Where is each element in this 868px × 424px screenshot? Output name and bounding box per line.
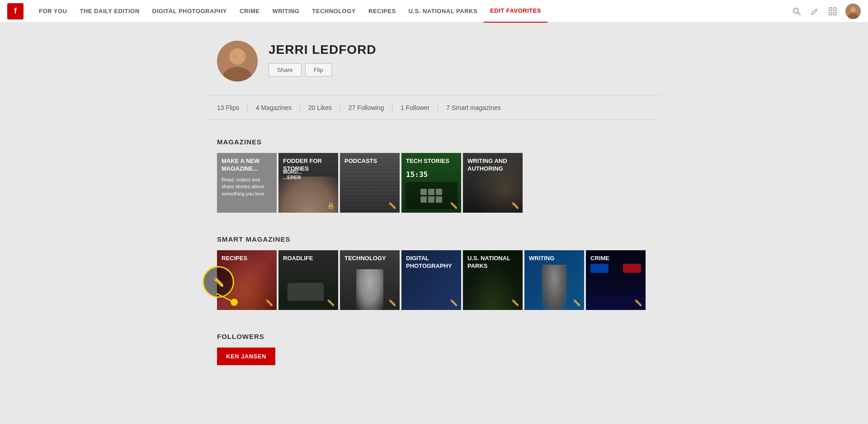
svg-point-12 <box>232 53 236 57</box>
edit-pencil-icon: ✏️ <box>450 299 458 306</box>
stat-smart[interactable]: 7 Smart magazines <box>446 104 501 111</box>
edit-pencil-icon: ✏️ <box>327 299 335 306</box>
annotation: ✏️ <box>203 266 234 298</box>
profile-buttons: Share Flip <box>269 63 377 76</box>
annotation-pencil-icon: ✏️ <box>213 276 224 287</box>
magazine-grid: MAKE A NEW MAGAZINE... Read, collect and… <box>208 153 660 213</box>
grid-icon[interactable] <box>827 6 838 17</box>
card-fodder-subtitle: MURD......ERER <box>283 169 302 180</box>
smart-card-crime[interactable]: CRIME ✏️ <box>586 250 646 310</box>
card-podcasts-title: PODCASTS <box>344 157 395 165</box>
app-icon <box>436 196 442 203</box>
svg-point-10 <box>229 48 245 65</box>
card-tech-title: TECH STORIES <box>406 157 457 165</box>
smart-grid-container: ✏️ RECIPES ✏️ ROADLIFE <box>208 250 660 310</box>
svg-rect-5 <box>834 12 836 15</box>
stat-followers[interactable]: 1 Follower <box>401 104 430 111</box>
app-icon <box>428 189 434 195</box>
edit-pencil-icon: ✏️ <box>511 202 519 209</box>
sep1: | <box>246 103 249 112</box>
crime-fade <box>586 287 646 310</box>
nav-national-parks[interactable]: U.S. NATIONAL PARKS <box>402 0 484 23</box>
profile-section: JERRI LEDFORD Share Flip <box>208 41 660 81</box>
police-light-red <box>623 264 641 273</box>
search-icon[interactable] <box>791 6 802 17</box>
edit-pencil-icon: ✏️ <box>265 299 273 306</box>
svg-point-14 <box>231 299 238 306</box>
smart-card-technology-title: TECHNOLOGY <box>344 255 395 262</box>
edit-pencil-icon: ✏️ <box>634 299 642 306</box>
smart-card-national-title: U.S. NATIONAL PARKS <box>467 255 518 270</box>
svg-rect-3 <box>834 8 836 10</box>
magazine-card-fodder[interactable]: FODDER FOR STORIES MURD......ERER 🔒 <box>278 153 338 213</box>
smart-grid: RECIPES ✏️ ROADLIFE ✏️ TECHNOLOGY ✏️ <box>217 250 651 310</box>
svg-line-1 <box>798 12 801 15</box>
nav-bar: FOR YOU THE DAILY EDITION DIGITAL PHOTOG… <box>33 0 791 23</box>
smart-card-technology[interactable]: TECHNOLOGY ✏️ <box>340 250 400 310</box>
lock-icon: 🔒 <box>327 202 335 209</box>
svg-rect-2 <box>829 8 832 10</box>
main-content: JERRI LEDFORD Share Flip 13 Flips | 4 Ma… <box>208 23 660 383</box>
flipboard-logo[interactable]: f <box>7 3 24 19</box>
nav-daily-edition[interactable]: THE DAILY EDITION <box>74 0 146 23</box>
edit-pencil-icon: ✏️ <box>573 299 580 306</box>
smart-card-roadlife-title: ROADLIFE <box>283 255 334 262</box>
police-light-blue <box>590 264 609 273</box>
smart-card-national-parks[interactable]: U.S. NATIONAL PARKS ✏️ <box>463 250 523 310</box>
followers-section: FOLLOWERS KEN JANSEN <box>208 333 660 365</box>
nav-technology[interactable]: TECHNOLOGY <box>306 0 362 23</box>
smart-card-writing-title: WRITING <box>529 255 580 262</box>
magazine-card-podcasts[interactable]: PODCASTS ✏️ <box>340 153 400 213</box>
follower-card-ken-jansen[interactable]: KEN JANSEN <box>217 348 275 365</box>
smart-magazines-section-title: SMART MAGAZINES <box>208 235 660 243</box>
nav-writing[interactable]: WRITING <box>266 0 306 23</box>
followers-section-title: FOLLOWERS <box>217 333 651 340</box>
stat-flips[interactable]: 13 Flips <box>217 104 239 111</box>
app-icon <box>428 196 434 203</box>
smart-card-digital-title: DIGITAL PHOTOGRAPHY <box>406 255 457 270</box>
edit-icon[interactable] <box>809 6 820 17</box>
nav-crime[interactable]: CRIME <box>233 0 266 23</box>
app-icon <box>420 196 427 203</box>
user-avatar[interactable] <box>845 4 861 19</box>
edit-pencil-icon: ✏️ <box>511 299 519 306</box>
card-writing-title: WRITING AND AUTHORING <box>467 157 518 173</box>
nav-recipes[interactable]: RECIPES <box>362 0 402 23</box>
edit-pencil-icon: ✏️ <box>388 299 396 306</box>
annotation-connector <box>216 293 243 307</box>
card-new-title: MAKE A NEW MAGAZINE... <box>222 157 272 173</box>
car-shape <box>288 283 324 301</box>
smart-card-writing[interactable]: WRITING ✏️ <box>524 250 584 310</box>
sep3: | <box>339 103 341 112</box>
stat-following[interactable]: 27 Following <box>349 104 384 111</box>
app-icon <box>436 189 442 195</box>
nav-edit-favorites[interactable]: EDIT FAVORITES <box>484 0 547 23</box>
smart-card-digital-photography[interactable]: DIGITAL PHOTOGRAPHY ✏️ <box>401 250 461 310</box>
magazine-card-tech[interactable]: TECH STORIES 15:35 ✏️ <box>401 153 461 213</box>
writing-person-img <box>542 265 567 310</box>
share-button[interactable]: Share <box>269 63 302 76</box>
sep5: | <box>437 103 439 112</box>
profile-avatar <box>217 41 258 81</box>
magazines-section-title: MAGAZINES <box>208 138 660 146</box>
card-new-body: Read, collect and share stories about so… <box>222 176 272 197</box>
card-tech-time: 15:35 <box>406 170 428 179</box>
header-actions <box>791 4 861 19</box>
svg-point-7 <box>850 7 856 12</box>
tech-person-img <box>356 269 383 310</box>
edit-pencil-icon: ✏️ <box>388 202 396 209</box>
sep4: | <box>391 103 393 112</box>
app-icon <box>420 189 427 195</box>
magazine-card-writing[interactable]: WRITING AND AUTHORING ✏️ <box>463 153 523 213</box>
magazine-card-new[interactable]: MAKE A NEW MAGAZINE... Read, collect and… <box>217 153 277 213</box>
stat-likes[interactable]: 20 Likes <box>308 104 332 111</box>
flip-button[interactable]: Flip <box>305 63 332 76</box>
nav-digital-photography[interactable]: DIGITAL PHOTOGRAPHY <box>146 0 234 23</box>
edit-pencil-icon: ✏️ <box>450 202 458 209</box>
header: f FOR YOU THE DAILY EDITION DIGITAL PHOT… <box>0 0 868 23</box>
stat-magazines[interactable]: 4 Magazines <box>256 104 292 111</box>
svg-rect-4 <box>829 12 832 15</box>
smart-card-roadlife[interactable]: ROADLIFE ✏️ <box>278 250 338 310</box>
nav-for-you[interactable]: FOR YOU <box>33 0 74 23</box>
sep2: | <box>299 103 301 112</box>
